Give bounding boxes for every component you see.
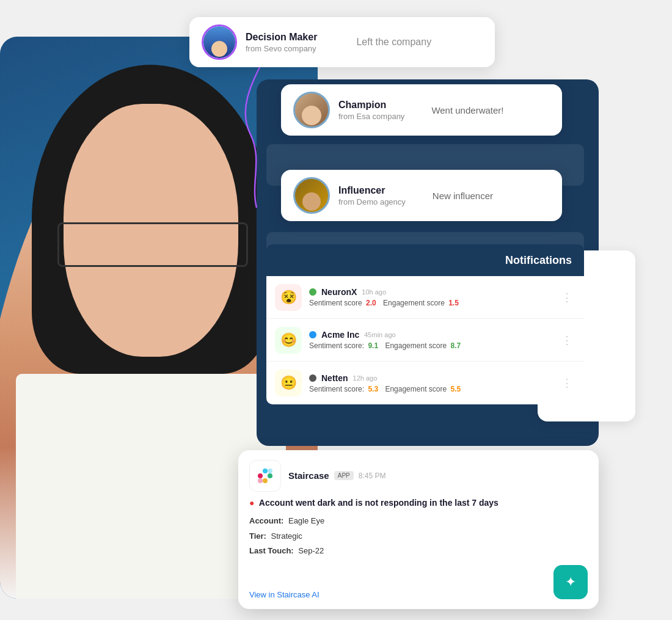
decision-maker-role: Decision Maker (246, 32, 317, 43)
notifications-header: Notifications (266, 244, 584, 276)
neuronx-icon: 😵 (275, 284, 302, 311)
acme-company: Acme Inc (321, 330, 359, 340)
slack-header: Staircase APP 8:45 PM (249, 460, 588, 492)
netten-time: 12h ago (353, 374, 378, 382)
influencer-avatar (293, 177, 330, 214)
slack-alert-message: ● Account went dark and is not respondin… (249, 498, 588, 508)
svg-rect-4 (258, 478, 263, 483)
acme-scores: Sentiment score: 9.1 Engagement score 8.… (309, 341, 552, 350)
champion-avatar (293, 92, 330, 128)
neuronx-content: NeuronX 10h ago Sentiment score 2.0 Enga… (309, 287, 552, 307)
influencer-info: Influencer from Demo agency (338, 185, 406, 206)
acme-content: Acme Inc 45min ago Sentiment score: 9.1 … (309, 330, 552, 350)
acme-menu[interactable]: ⋮ (559, 331, 575, 349)
netten-company: Netten (321, 373, 348, 383)
champion-card: Champion from Esa company Went underwate… (281, 84, 562, 136)
neuronx-menu[interactable]: ⋮ (559, 288, 575, 307)
netten-scores: Sentiment score: 5.3 Engagement score 5.… (309, 385, 552, 393)
netten-content: Netten 12h ago Sentiment score: 5.3 Enga… (309, 373, 552, 393)
acme-time: 45min ago (364, 331, 395, 338)
view-staircase-link[interactable]: View in Staircase AI (249, 590, 320, 599)
neuronx-scores: Sentiment score 2.0 Engagement score 1.5 (309, 299, 552, 307)
champion-info: Champion from Esa company (338, 100, 404, 121)
slack-time: 8:45 PM (359, 472, 386, 480)
slack-logo (249, 460, 281, 492)
decision-maker-card: Decision Maker from Sevo company Left th… (189, 17, 495, 67)
influencer-card: Influencer from Demo agency New influenc… (281, 170, 562, 221)
slack-footer: View in Staircase AI ✦ (249, 565, 588, 599)
slack-app-badge: APP (334, 471, 354, 480)
netten-icon: 😐 (275, 370, 302, 396)
staircase-action-button[interactable]: ✦ (553, 565, 588, 599)
influencer-company: from Demo agency (338, 197, 406, 206)
slack-meta: Staircase APP 8:45 PM (288, 470, 588, 481)
decision-maker-status: Left the company (356, 37, 431, 48)
notifications-title: Notifications (505, 254, 572, 267)
neuronx-time: 10h ago (362, 288, 386, 296)
svg-rect-2 (268, 473, 272, 478)
slack-details: Account: Eagle Eye Tier: Strategic Last … (249, 514, 588, 559)
svg-rect-1 (263, 469, 268, 473)
decision-maker-info: Decision Maker from Sevo company (246, 32, 317, 53)
notification-item-acme[interactable]: 😊 Acme Inc 45min ago Sentiment score: 9.… (266, 319, 584, 362)
alert-dot: ● (249, 498, 254, 508)
notification-item-netten[interactable]: 😐 Netten 12h ago Sentiment score: 5.3 En… (266, 362, 584, 404)
influencer-role: Influencer (338, 185, 406, 196)
netten-menu[interactable]: ⋮ (559, 374, 575, 392)
slack-icon (254, 465, 276, 487)
slack-app-name: Staircase (288, 470, 329, 481)
influencer-status: New influencer (433, 191, 493, 201)
decision-maker-avatar (202, 24, 237, 60)
notification-item-neuronx[interactable]: 😵 NeuronX 10h ago Sentiment score 2.0 En… (266, 276, 584, 319)
neuronx-company: NeuronX (321, 287, 357, 297)
champion-role: Champion (338, 100, 404, 111)
slack-notification-card: Staircase APP 8:45 PM ● Account went dar… (238, 450, 599, 609)
champion-status: Went underwater! (431, 105, 503, 115)
decision-maker-company: from Sevo company (246, 44, 317, 53)
svg-rect-3 (263, 478, 268, 483)
champion-company: from Esa company (338, 112, 404, 121)
svg-rect-0 (258, 473, 263, 478)
acme-icon: 😊 (275, 327, 302, 354)
svg-rect-5 (268, 469, 272, 473)
